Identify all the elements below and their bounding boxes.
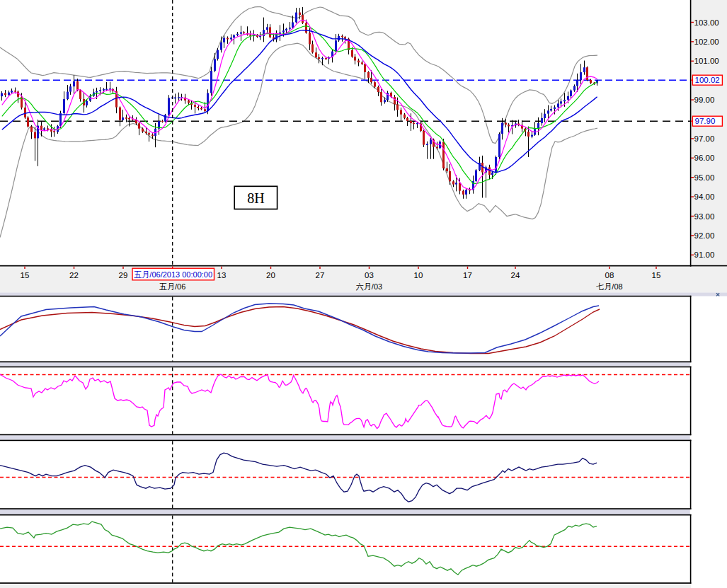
- svg-text:24: 24: [511, 271, 520, 279]
- svg-text:92.00: 92.00: [694, 231, 715, 240]
- svg-text:96.00: 96.00: [694, 154, 715, 162]
- svg-text:97.00: 97.00: [694, 134, 715, 143]
- svg-text:22: 22: [69, 271, 79, 279]
- svg-text:93.00: 93.00: [694, 212, 715, 221]
- svg-text:五月/06: 五月/06: [159, 282, 185, 291]
- svg-text:七月/08: 七月/08: [595, 282, 622, 291]
- svg-text:29: 29: [119, 271, 128, 279]
- svg-text:101.00: 101.00: [694, 57, 719, 65]
- svg-text:91.00: 91.00: [694, 250, 715, 259]
- svg-text:8H: 8H: [247, 190, 264, 206]
- svg-text:20: 20: [266, 271, 275, 279]
- svg-text:27: 27: [316, 271, 325, 279]
- svg-text:99.00: 99.00: [694, 96, 715, 104]
- svg-text:17: 17: [463, 271, 472, 279]
- svg-text:10: 10: [414, 271, 423, 279]
- svg-text:15: 15: [652, 271, 661, 279]
- svg-text:13: 13: [217, 271, 227, 279]
- svg-text:15: 15: [21, 271, 30, 279]
- svg-text:102.00: 102.00: [694, 38, 719, 46]
- svg-text:五月/06/2013 00:00:00: 五月/06/2013 00:00:00: [134, 270, 212, 279]
- svg-text:六月/03: 六月/03: [356, 282, 382, 291]
- svg-text:95.00: 95.00: [694, 173, 715, 182]
- svg-text:94.00: 94.00: [694, 192, 715, 201]
- svg-text:100.02: 100.02: [695, 76, 720, 84]
- svg-text:03: 03: [365, 271, 374, 279]
- svg-text:08: 08: [605, 271, 614, 279]
- svg-text:103.00: 103.00: [694, 18, 719, 27]
- svg-text:97.90: 97.90: [695, 117, 716, 125]
